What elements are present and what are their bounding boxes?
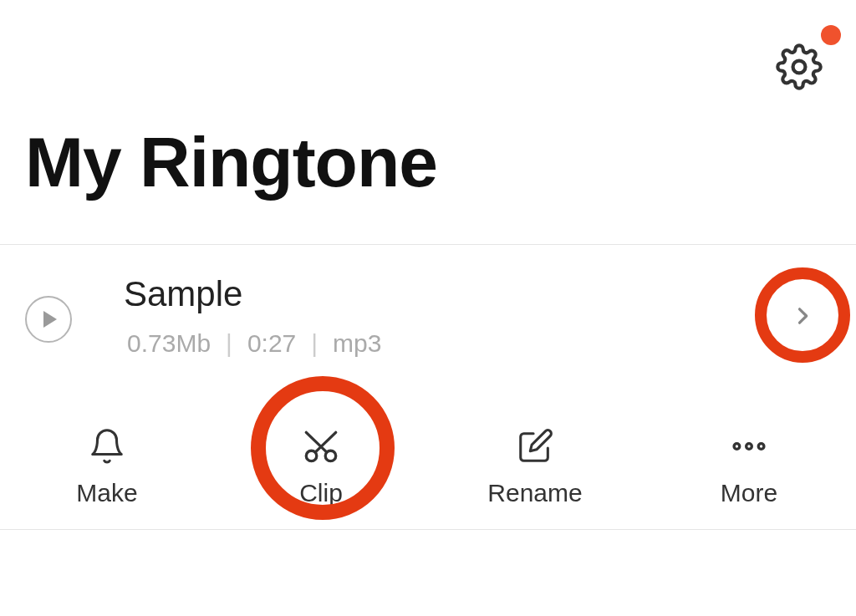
scissors-icon — [298, 425, 344, 467]
rename-button[interactable]: Rename — [428, 408, 642, 525]
clip-label: Clip — [299, 479, 343, 507]
ringtone-meta: 0.73Mb | 0:27 | mp3 — [127, 329, 381, 358]
svg-point-7 — [758, 444, 764, 450]
actions-bar: Make Clip Rename — [0, 408, 856, 525]
make-label: Make — [76, 479, 137, 507]
ringtone-row[interactable]: Sample 0.73Mb | 0:27 | mp3 — [0, 259, 856, 368]
page-title: My Ringtone — [25, 125, 437, 199]
notification-dot-icon — [821, 25, 841, 45]
meta-separator: | — [226, 329, 232, 358]
ringtone-duration: 0:27 — [247, 329, 296, 358]
ringtone-name: Sample — [124, 274, 242, 314]
meta-separator: | — [311, 329, 318, 358]
more-icon — [728, 425, 770, 467]
svg-point-6 — [746, 444, 752, 450]
divider — [0, 529, 856, 530]
rename-label: Rename — [487, 479, 582, 507]
chevron-right-icon — [791, 299, 814, 333]
divider — [0, 244, 856, 245]
bell-icon — [88, 425, 126, 467]
more-button[interactable]: More — [642, 408, 856, 525]
settings-area — [772, 40, 826, 94]
screen: My Ringtone Sample 0.73Mb | 0:27 | mp3 — [0, 0, 856, 616]
gear-icon — [776, 43, 823, 90]
svg-line-3 — [315, 432, 335, 452]
svg-point-0 — [793, 61, 806, 74]
detail-button[interactable] — [784, 298, 821, 334]
play-icon — [43, 311, 57, 328]
ringtone-format: mp3 — [333, 329, 381, 358]
more-label: More — [721, 479, 777, 507]
make-button[interactable]: Make — [0, 408, 214, 525]
play-button[interactable] — [25, 296, 72, 343]
edit-icon — [516, 425, 554, 467]
ringtone-size: 0.73Mb — [127, 329, 211, 358]
svg-line-4 — [306, 432, 326, 452]
clip-button[interactable]: Clip — [214, 408, 428, 525]
svg-point-5 — [734, 444, 740, 450]
settings-button[interactable] — [772, 40, 826, 94]
